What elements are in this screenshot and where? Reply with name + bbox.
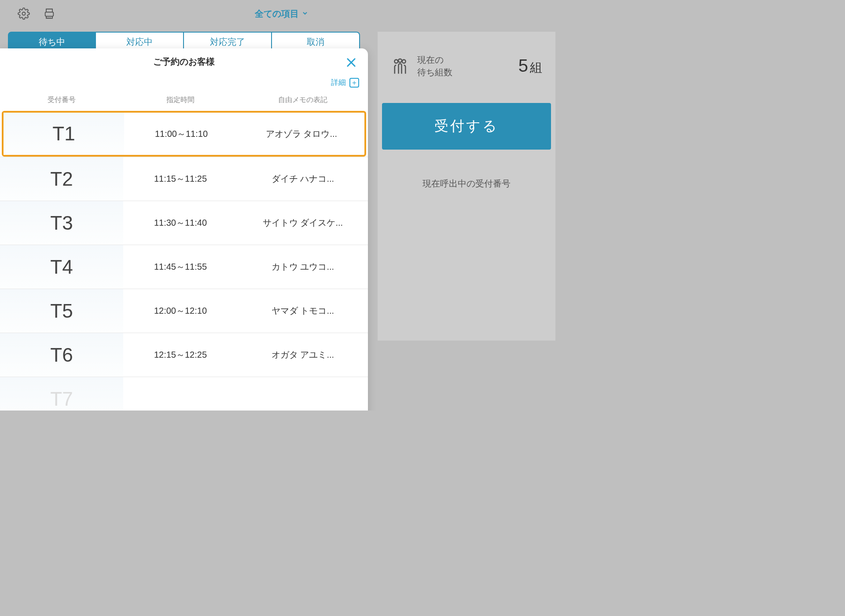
svg-point-2 [394, 60, 398, 63]
row-time: 12:00～12:10 [123, 305, 238, 317]
row-id: T4 [50, 256, 73, 278]
row-id-cell: T3 [0, 201, 123, 245]
row-id-cell: T5 [0, 289, 123, 333]
table-row[interactable]: T512:00～12:10ヤマダ トモコ... [0, 289, 368, 333]
row-time: 11:00～11:10 [124, 128, 239, 140]
row-memo: カトウ ユウコ... [238, 261, 368, 273]
row-time: 11:30～11:40 [123, 217, 238, 229]
table-header: 受付番号 指定時間 自由メモの表記 [0, 92, 368, 112]
row-memo: オガタ アユミ... [238, 349, 368, 361]
waiting-count-unit: 組 [530, 59, 542, 76]
detail-link[interactable]: 詳細 [331, 77, 346, 88]
svg-rect-1 [45, 12, 54, 16]
svg-point-3 [398, 59, 402, 62]
row-id: T7 [50, 388, 73, 410]
row-memo: サイトウ ダイスケ... [238, 217, 368, 229]
reservation-list: T111:00～11:10アオゾラ タロウ...T211:15～11:25ダイチ… [0, 111, 368, 411]
row-id: T3 [50, 212, 73, 234]
printer-icon[interactable] [43, 7, 55, 20]
header-icons [18, 7, 55, 20]
row-memo: ダイチ ハナコ... [238, 173, 368, 185]
table-row[interactable]: T411:45～11:55カトウ ユウコ... [0, 245, 368, 289]
waiting-card: 現在の 待ち組数 5組 [378, 32, 555, 92]
table-row[interactable]: T211:15～11:25ダイチ ハナコ... [0, 157, 368, 201]
chevron-down-icon [301, 9, 309, 19]
modal-title: ご予約のお客様 [153, 56, 215, 68]
table-row[interactable]: T311:30～11:40サイトウ ダイスケ... [0, 201, 368, 245]
col-header-memo: 自由メモの表記 [238, 95, 368, 105]
row-time: 11:45～11:55 [123, 261, 238, 273]
row-id: T6 [50, 344, 73, 366]
row-id: T2 [50, 168, 73, 190]
modal-header: ご予約のお客様 [0, 48, 368, 75]
waiting-count-number: 5 [518, 56, 528, 76]
filter-dropdown[interactable]: 全ての項目 [255, 8, 309, 20]
calling-card: 現在呼出中の受付番号 [378, 165, 555, 341]
modal-toolbar: 詳細 ＋ [0, 75, 368, 92]
row-memo: アオゾラ タロウ... [239, 128, 364, 140]
gear-icon[interactable] [18, 7, 30, 20]
waiting-label: 現在の 待ち組数 [417, 54, 452, 78]
waiting-count: 5組 [518, 56, 542, 76]
svg-point-4 [402, 60, 406, 63]
svg-point-0 [22, 12, 26, 15]
checkin-button[interactable]: 受付する [382, 103, 551, 150]
table-row[interactable]: T612:15～12:25オガタ アユミ... [0, 333, 368, 377]
row-time: 12:15～12:25 [123, 349, 238, 361]
calling-label: 現在呼出中の受付番号 [391, 178, 542, 190]
filter-label: 全ての項目 [255, 8, 299, 20]
row-id: T5 [50, 300, 73, 322]
col-header-id: 受付番号 [0, 95, 123, 105]
row-id-cell: T4 [0, 245, 123, 289]
col-header-time: 指定時間 [123, 95, 238, 105]
close-icon[interactable] [345, 56, 357, 69]
row-time: 11:15～11:25 [123, 173, 238, 185]
waiting-label-line2: 待ち組数 [417, 66, 452, 78]
reservation-modal: ご予約のお客様 詳細 ＋ 受付番号 指定時間 自由メモの表記 T111:00～1… [0, 48, 368, 411]
waiting-label-line1: 現在の [417, 54, 452, 66]
row-id-cell: T7 [0, 377, 123, 411]
row-memo: ヤマダ トモコ... [238, 305, 368, 317]
people-icon [391, 57, 409, 75]
row-id: T1 [52, 123, 75, 145]
app-header: 全ての項目 [0, 0, 563, 27]
table-row[interactable]: T111:00～11:10アオゾラ タロウ... [2, 111, 366, 157]
plus-icon[interactable]: ＋ [349, 78, 359, 88]
right-panel: 現在の 待ち組数 5組 受付する 現在呼出中の受付番号 [378, 32, 555, 341]
row-id-cell: T6 [0, 333, 123, 377]
row-id-cell: T1 [4, 113, 124, 155]
table-row[interactable]: T7 [0, 377, 368, 411]
row-id-cell: T2 [0, 157, 123, 201]
